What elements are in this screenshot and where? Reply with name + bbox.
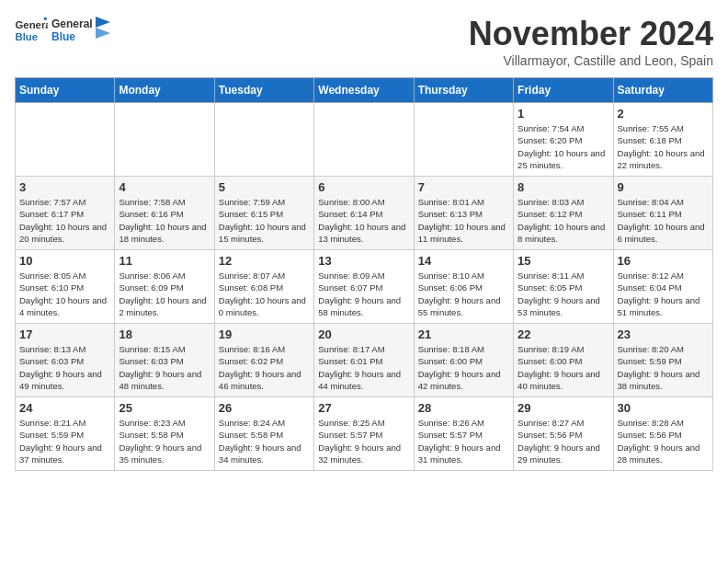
logo-svg: General Blue (51, 15, 92, 46)
calendar-cell: 25Sunrise: 8:23 AM Sunset: 5:58 PM Dayli… (115, 397, 214, 471)
day-number: 20 (318, 327, 409, 341)
calendar-week-row: 24Sunrise: 8:21 AM Sunset: 5:59 PM Dayli… (16, 397, 713, 471)
calendar-cell: 10Sunrise: 8:05 AM Sunset: 6:10 PM Dayli… (16, 250, 115, 324)
day-info: Sunrise: 8:17 AM Sunset: 6:01 PM Dayligh… (318, 343, 409, 392)
calendar-cell: 11Sunrise: 8:06 AM Sunset: 6:09 PM Dayli… (115, 250, 214, 324)
day-info: Sunrise: 8:00 AM Sunset: 6:14 PM Dayligh… (318, 196, 409, 245)
svg-text:Blue: Blue (16, 31, 39, 42)
day-number: 22 (518, 327, 609, 341)
day-number: 19 (219, 327, 310, 341)
calendar-week-row: 3Sunrise: 7:57 AM Sunset: 6:17 PM Daylig… (16, 177, 713, 250)
day-info: Sunrise: 8:24 AM Sunset: 5:58 PM Dayligh… (219, 417, 310, 465)
day-info: Sunrise: 7:54 AM Sunset: 6:20 PM Dayligh… (518, 122, 609, 171)
day-number: 4 (119, 180, 210, 194)
day-info: Sunrise: 8:03 AM Sunset: 6:12 PM Dayligh… (518, 196, 609, 245)
day-number: 25 (119, 401, 210, 415)
calendar-cell: 16Sunrise: 8:12 AM Sunset: 6:04 PM Dayli… (613, 250, 712, 324)
calendar-cell: 6Sunrise: 8:00 AM Sunset: 6:14 PM Daylig… (314, 177, 414, 250)
day-number: 30 (618, 401, 709, 415)
calendar-cell: 20Sunrise: 8:17 AM Sunset: 6:01 PM Dayli… (314, 324, 414, 397)
svg-text:General: General (16, 19, 49, 30)
svg-text:General: General (51, 17, 92, 30)
day-info: Sunrise: 8:20 AM Sunset: 5:59 PM Dayligh… (618, 343, 709, 392)
day-info: Sunrise: 8:04 AM Sunset: 6:11 PM Dayligh… (618, 196, 709, 245)
header: General Blue General Blue November 2024 … (15, 15, 713, 68)
calendar-cell: 26Sunrise: 8:24 AM Sunset: 5:58 PM Dayli… (214, 397, 313, 471)
calendar-cell (314, 103, 414, 177)
calendar-cell: 8Sunrise: 8:03 AM Sunset: 6:12 PM Daylig… (514, 177, 613, 250)
title-area: November 2024 Villarmayor, Castille and … (469, 15, 713, 68)
day-number: 10 (19, 254, 110, 268)
day-info: Sunrise: 8:25 AM Sunset: 5:57 PM Dayligh… (318, 417, 409, 465)
calendar-cell: 27Sunrise: 8:25 AM Sunset: 5:57 PM Dayli… (314, 397, 414, 471)
day-info: Sunrise: 7:59 AM Sunset: 6:15 PM Dayligh… (219, 196, 310, 245)
calendar-week-row: 17Sunrise: 8:13 AM Sunset: 6:03 PM Dayli… (16, 324, 713, 397)
day-info: Sunrise: 8:21 AM Sunset: 5:59 PM Dayligh… (19, 417, 110, 465)
day-info: Sunrise: 8:01 AM Sunset: 6:13 PM Dayligh… (418, 196, 509, 245)
day-number: 14 (418, 254, 509, 268)
day-info: Sunrise: 7:58 AM Sunset: 6:16 PM Dayligh… (119, 196, 210, 245)
subtitle: Villarmayor, Castille and Leon, Spain (469, 53, 713, 68)
calendar-cell: 3Sunrise: 7:57 AM Sunset: 6:17 PM Daylig… (16, 177, 115, 250)
day-info: Sunrise: 8:28 AM Sunset: 5:56 PM Dayligh… (618, 417, 709, 465)
day-number: 2 (618, 107, 709, 121)
logo-flag (94, 15, 112, 46)
calendar-cell: 17Sunrise: 8:13 AM Sunset: 6:03 PM Dayli… (16, 324, 115, 397)
day-info: Sunrise: 8:26 AM Sunset: 5:57 PM Dayligh… (418, 417, 509, 465)
logo-icon: General Blue (15, 17, 48, 43)
day-number: 21 (418, 327, 509, 341)
calendar-cell: 2Sunrise: 7:55 AM Sunset: 6:18 PM Daylig… (613, 103, 712, 177)
day-number: 7 (418, 180, 509, 194)
day-number: 16 (618, 254, 709, 268)
day-number: 1 (518, 107, 609, 121)
day-info: Sunrise: 8:10 AM Sunset: 6:06 PM Dayligh… (418, 270, 509, 318)
calendar-cell: 9Sunrise: 8:04 AM Sunset: 6:11 PM Daylig… (613, 177, 712, 250)
day-number: 6 (318, 180, 409, 194)
calendar-cell: 12Sunrise: 8:07 AM Sunset: 6:08 PM Dayli… (214, 250, 313, 324)
calendar-table: SundayMondayTuesdayWednesdayThursdayFrid… (15, 77, 713, 471)
svg-marker-5 (96, 17, 110, 28)
day-info: Sunrise: 8:27 AM Sunset: 5:56 PM Dayligh… (518, 417, 609, 465)
calendar-cell (414, 103, 513, 177)
day-number: 3 (19, 180, 110, 194)
day-number: 27 (318, 401, 409, 415)
day-of-week-header: Thursday (414, 78, 513, 103)
svg-text:Blue: Blue (51, 30, 75, 43)
calendar-header-row: SundayMondayTuesdayWednesdayThursdayFrid… (16, 78, 713, 103)
day-info: Sunrise: 7:55 AM Sunset: 6:18 PM Dayligh… (618, 122, 709, 171)
day-number: 26 (219, 401, 310, 415)
calendar-cell (16, 103, 115, 177)
calendar-week-row: 10Sunrise: 8:05 AM Sunset: 6:10 PM Dayli… (16, 250, 713, 324)
month-title: November 2024 (469, 15, 713, 53)
day-info: Sunrise: 8:19 AM Sunset: 6:00 PM Dayligh… (518, 343, 609, 392)
day-number: 5 (219, 180, 310, 194)
day-info: Sunrise: 8:11 AM Sunset: 6:05 PM Dayligh… (518, 270, 609, 318)
calendar-cell: 21Sunrise: 8:18 AM Sunset: 6:00 PM Dayli… (414, 324, 513, 397)
calendar-cell: 30Sunrise: 8:28 AM Sunset: 5:56 PM Dayli… (613, 397, 712, 471)
calendar-week-row: 1Sunrise: 7:54 AM Sunset: 6:20 PM Daylig… (16, 103, 713, 177)
day-number: 29 (518, 401, 609, 415)
day-number: 11 (119, 254, 210, 268)
calendar-cell: 19Sunrise: 8:16 AM Sunset: 6:02 PM Dayli… (214, 324, 313, 397)
day-number: 9 (618, 180, 709, 194)
calendar-cell: 5Sunrise: 7:59 AM Sunset: 6:15 PM Daylig… (214, 177, 313, 250)
day-number: 12 (219, 254, 310, 268)
day-info: Sunrise: 8:06 AM Sunset: 6:09 PM Dayligh… (119, 270, 210, 318)
day-info: Sunrise: 8:15 AM Sunset: 6:03 PM Dayligh… (119, 343, 210, 392)
calendar-cell (115, 103, 214, 177)
day-of-week-header: Friday (514, 78, 613, 103)
calendar-cell: 1Sunrise: 7:54 AM Sunset: 6:20 PM Daylig… (514, 103, 613, 177)
calendar-cell: 24Sunrise: 8:21 AM Sunset: 5:59 PM Dayli… (16, 397, 115, 471)
day-of-week-header: Monday (115, 78, 214, 103)
day-number: 15 (518, 254, 609, 268)
calendar-cell: 22Sunrise: 8:19 AM Sunset: 6:00 PM Dayli… (514, 324, 613, 397)
calendar-cell: 14Sunrise: 8:10 AM Sunset: 6:06 PM Dayli… (414, 250, 513, 324)
day-info: Sunrise: 7:57 AM Sunset: 6:17 PM Dayligh… (19, 196, 110, 245)
calendar-cell: 18Sunrise: 8:15 AM Sunset: 6:03 PM Dayli… (115, 324, 214, 397)
calendar-cell: 23Sunrise: 8:20 AM Sunset: 5:59 PM Dayli… (613, 324, 712, 397)
calendar-cell: 13Sunrise: 8:09 AM Sunset: 6:07 PM Dayli… (314, 250, 414, 324)
day-of-week-header: Tuesday (214, 78, 313, 103)
calendar-cell: 4Sunrise: 7:58 AM Sunset: 6:16 PM Daylig… (115, 177, 214, 250)
logo: General Blue General Blue (15, 15, 112, 46)
calendar-cell: 7Sunrise: 8:01 AM Sunset: 6:13 PM Daylig… (414, 177, 513, 250)
